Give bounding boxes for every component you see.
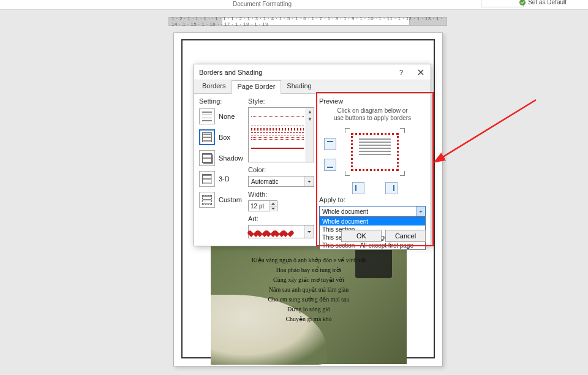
crop-mark-icon [400,171,405,176]
setting-shadow-label: Shadow [219,154,243,162]
setting-label: Setting: [199,97,244,105]
poem-line: Kiệu vàng ngựa ô anh khớp đón e về vinh … [211,256,407,265]
style-option[interactable] [251,137,304,140]
setting-column: Setting: None Box Shadow 3-D Custom [199,97,244,209]
setting-custom[interactable]: Custom [199,191,244,209]
poem-line: Năm sau anh quyết mà làm giàu [211,285,407,295]
crop-mark-icon [345,128,350,133]
preview-border [351,133,399,171]
style-option[interactable] [251,128,304,131]
apply-to-combo[interactable]: Whole document [319,206,426,217]
dialog-body: Setting: None Box Shadow 3-D Custom [194,94,431,246]
horizontal-ruler[interactable]: 1 · 2 · 1 · 1 · 1 · · 1 · 1 · 1 · 2 · 1 … [168,17,447,26]
ok-button[interactable]: OK [341,230,382,242]
setting-box-label: Box [219,134,230,141]
art-combo[interactable] [248,225,314,238]
setting-custom-label: Custom [219,196,242,203]
poem-line: Đừng lo sóng gió [211,305,407,314]
scroll-up-icon[interactable]: ▲ [306,108,314,115]
annotation-arrow [429,91,551,176]
border-top-button[interactable] [324,138,336,150]
dialog-titlebar: Borders and Shading ? [194,64,431,80]
preview-document[interactable] [351,133,399,171]
preview-hint: Click on diagram below or use buttons to… [319,107,426,122]
svg-line-0 [441,100,536,158]
tab-page-border[interactable]: Page Border [232,80,282,94]
setting-3d[interactable]: 3-D [199,170,244,188]
style-listbox[interactable]: ▲ ▼ [248,107,314,162]
custom-icon [199,192,215,208]
preview-label: Preview [319,97,426,105]
setting-shadow[interactable]: Shadow [199,149,244,167]
shadow-icon [199,150,215,166]
chevron-down-icon [304,225,314,238]
poem-line: Chuyện gì mà khó [211,314,407,324]
setting-box[interactable]: Box [199,128,244,146]
dialog-tabs: Borders Page Border Shading [194,80,431,94]
style-scrollbar[interactable]: ▲ ▼ [306,108,314,162]
cancel-button[interactable]: Cancel [385,230,426,242]
apply-to-label: Apply to: [319,196,426,203]
preview-area [319,126,426,196]
ruler-text: 1 · 2 · 1 · 1 · 1 · · 1 · 1 · 1 · 2 · 1 … [172,16,447,27]
apply-to-value: Whole document [322,208,368,215]
crop-mark-icon [400,128,405,133]
poem-text-block: Kiệu vàng ngựa ô anh khớp đón e về vinh … [211,256,407,324]
style-option[interactable] [251,119,304,126]
poem-image: Kiệu vàng ngựa ô anh khớp đón e về vinh … [211,244,407,364]
none-icon [199,108,215,124]
dialog-buttons: OK Cancel [341,230,426,242]
preview-column: Preview Click on diagram below or use bu… [319,97,426,250]
style-label: Style: [248,97,314,105]
poem-line: Cho em sung sướng đến mai sau [211,295,407,305]
spinner-buttons[interactable] [269,201,277,211]
dialog-title: Borders and Shading [199,69,262,76]
color-label: Color: [248,166,314,173]
width-spinner[interactable]: 12 pt [248,200,277,211]
borders-and-shading-dialog: Borders and Shading ? Borders Page Borde… [194,64,431,246]
color-combo[interactable]: Automatic [248,176,314,187]
style-option[interactable] [251,142,304,149]
ribbon-group-label: Document Formatting [233,1,292,7]
border-bottom-button[interactable] [324,159,336,171]
setting-3d-label: 3-D [219,175,230,183]
box-icon [199,129,215,145]
poem-line: Hoa pháo bay nổ tung trời [211,265,407,275]
width-value: 12 pt [251,203,264,210]
close-button[interactable] [411,64,431,80]
setting-none[interactable]: None [199,107,244,126]
set-as-default-button[interactable]: Set as Default [519,0,567,6]
dropdown-option[interactable]: This section - All except first page [320,241,425,249]
poem-line: Cùng xây giấc mơ tuyệt vời [211,275,407,285]
setting-none-label: None [219,113,235,120]
width-label: Width: [248,191,314,198]
chevron-down-icon [416,206,425,216]
ribbon-strip: Document Formatting Set as Default [0,0,588,10]
tab-borders[interactable]: Borders [197,80,232,93]
border-left-button[interactable] [352,182,364,194]
border-right-button[interactable] [385,182,398,194]
style-option[interactable] [251,110,304,117]
style-option[interactable] [251,132,304,135]
set-default-label: Set as Default [528,0,567,6]
art-label: Art: [248,215,314,222]
help-button[interactable]: ? [391,64,411,80]
ribbon-gallery-placeholder [481,0,524,7]
dropdown-option[interactable]: Whole document [320,218,425,225]
crop-mark-icon [345,171,350,176]
style-column: Style: ▲ ▼ Color: Automatic Width: [248,97,314,238]
color-value: Automatic [251,178,278,185]
3d-icon [199,171,215,187]
chevron-down-icon [304,176,314,186]
scroll-down-icon[interactable]: ▼ [306,115,314,123]
close-icon [418,69,424,75]
heart-icon [284,228,292,235]
check-icon [519,0,526,6]
tab-shading[interactable]: Shading [281,80,317,93]
